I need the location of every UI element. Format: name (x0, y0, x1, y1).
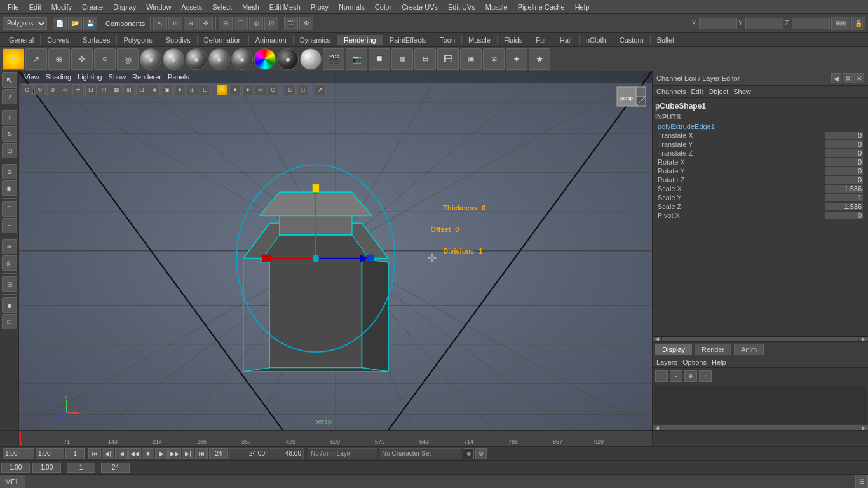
pb-first[interactable]: ⏮ (88, 448, 101, 459)
bb-val2[interactable] (32, 463, 61, 473)
shelf-tab-ncloth[interactable]: nCloth (580, 35, 613, 45)
shelf-icon-5[interactable]: ◎ (117, 48, 139, 70)
shelf-icon-2[interactable]: ⊕ (48, 48, 70, 70)
vp-tb-5[interactable]: ✛ (72, 84, 84, 95)
timeline-playhead[interactable] (19, 431, 21, 446)
vp-tb-6[interactable]: ⊡ (85, 84, 97, 95)
cb-menu-channels[interactable]: Channels (656, 88, 686, 95)
menu-select[interactable]: Select (207, 2, 237, 12)
paint-select-btn[interactable]: ⊕ (184, 17, 198, 30)
vp-tb-grid[interactable]: ⊞ (187, 84, 198, 95)
shelf-icon-3[interactable]: ✛ (71, 48, 93, 70)
vp-tb-extra1[interactable]: ↗ (315, 84, 326, 95)
cb-tab-anim[interactable]: Anim (734, 344, 764, 355)
shelf-sphere-1[interactable]: ● (140, 48, 161, 70)
cb-expand-btn[interactable]: ◀ (831, 73, 841, 83)
y-input[interactable] (745, 18, 783, 29)
move-btn[interactable]: ✛ (199, 17, 213, 30)
move-tool-lt[interactable]: ✛ (2, 110, 17, 125)
layer-menu-help[interactable]: Help (712, 358, 726, 366)
select-tool-lt[interactable]: ↖ (2, 72, 17, 88)
menu-modify[interactable]: Modify (46, 2, 77, 12)
menu-mesh[interactable]: Mesh (237, 2, 264, 12)
vp-tb-hud2[interactable]: □ (297, 84, 309, 95)
layer-menu-layers[interactable]: Layers (656, 358, 677, 366)
shelf-camera-3[interactable]: 🔲 (369, 48, 390, 70)
cb-menu-object[interactable]: Object (708, 88, 728, 95)
vp-tb-shd3[interactable]: ● (174, 84, 186, 95)
shelf-dark-sphere[interactable]: ● (277, 48, 299, 70)
menu-help[interactable]: Help (570, 2, 595, 12)
cmd-expand-btn[interactable]: ⊞ (855, 475, 868, 489)
vp-tb-2[interactable]: ↻ (34, 84, 46, 95)
frame-indicator[interactable]: 1 (65, 448, 85, 459)
shelf-tab-hair[interactable]: Hair (553, 35, 580, 45)
vp-menu-lighting[interactable]: Lighting (75, 72, 105, 81)
cmd-mel-label[interactable]: MEL (0, 475, 25, 488)
vp-menu-view[interactable]: View (22, 72, 42, 81)
pb-prev[interactable]: ◀ (115, 448, 128, 459)
shelf-camera-8[interactable]: ⊠ (483, 48, 505, 70)
pb-rewind[interactable]: ◀◀ (128, 448, 141, 459)
vp-tb-cam2[interactable]: ▦ (111, 84, 122, 95)
layer-menu-options[interactable]: Options (682, 358, 707, 366)
vp-tb-shd1[interactable]: ◈ (149, 84, 160, 95)
shelf-tab-polygons[interactable]: Polygons (117, 35, 159, 45)
vp-tb-shd2[interactable]: ◉ (161, 84, 173, 95)
quick-select-lt[interactable]: ◆ (2, 297, 17, 313)
pb-forward[interactable]: ▶▶ (168, 448, 181, 459)
vp-tb-cam4[interactable]: ⊟ (136, 84, 147, 95)
soft-select-lt[interactable]: ◉ (2, 180, 17, 196)
vp-tb-3[interactable]: ⊕ (47, 84, 58, 95)
shelf-tab-rendering[interactable]: Rendering (337, 35, 383, 45)
shelf-sphere-3[interactable]: ● (186, 48, 207, 70)
menu-create-uvs[interactable]: Create UVs (397, 2, 443, 12)
shelf-tab-custom[interactable]: Custom (613, 35, 651, 45)
vp-tb-cam1[interactable]: ◻ (98, 84, 109, 95)
vp-tb-sphere1[interactable]: ● (229, 84, 241, 95)
grid-view-btn[interactable]: ⊞⊞ (831, 17, 850, 30)
shelf-sphere-4[interactable]: ● (208, 48, 230, 70)
scale-tool-lt[interactable]: ⊡ (2, 143, 17, 158)
z-input[interactable] (792, 18, 830, 29)
bb-val1[interactable] (1, 463, 30, 473)
layer-copy-btn[interactable]: ⊕ (684, 370, 697, 382)
character-set-selector[interactable]: No Character Set (379, 448, 461, 459)
paint-select-lt[interactable]: ↗ (2, 89, 17, 104)
x-input[interactable] (699, 18, 737, 29)
menu-edit-mesh[interactable]: Edit Mesh (264, 2, 306, 12)
rotate-tool-lt[interactable]: ↻ (2, 126, 17, 142)
vp-tb-wire[interactable]: ⊡ (200, 84, 211, 95)
paint-brush-lt[interactable]: ✏ (2, 239, 17, 254)
sculpt-lt[interactable]: ◎ (2, 255, 17, 271)
menu-edit-uvs[interactable]: Edit UVs (443, 2, 480, 12)
menu-muscle[interactable]: Muscle (480, 2, 513, 12)
shelf-camera-1[interactable]: 🎬 (323, 48, 344, 70)
render-btn[interactable]: 🎬 (284, 17, 298, 30)
cb-close-btn[interactable]: ✕ (854, 73, 864, 83)
cb-menu-show[interactable]: Show (733, 88, 751, 95)
menu-window[interactable]: Window (141, 2, 176, 12)
snap-curve-btn[interactable]: ⌒ (234, 17, 248, 30)
save-scene-btn[interactable]: 💾 (83, 17, 97, 30)
menu-color[interactable]: Color (370, 2, 397, 12)
ep-curve-lt[interactable]: ~ (2, 218, 17, 233)
vp-menu-shading[interactable]: Shading (43, 72, 74, 81)
universal-manip-lt[interactable]: ⊕ (2, 164, 17, 179)
shelf-ambient-light[interactable]: ☀ (3, 48, 24, 70)
vp-menu-renderer[interactable]: Renderer (130, 72, 164, 81)
pb-step-back[interactable]: ◀| (102, 448, 114, 459)
menu-create[interactable]: Create (77, 2, 108, 12)
vp-tb-sun[interactable]: ☀ (217, 84, 228, 95)
auto-key-btn[interactable]: ⏺ (463, 448, 474, 459)
orient-cube[interactable]: persp (614, 84, 646, 116)
menu-pipeline-cache[interactable]: Pipeline Cache (513, 2, 570, 12)
vp-tb-sphere3[interactable]: ◎ (255, 84, 266, 95)
anim-layer-selector[interactable]: No Anim Layer (308, 448, 377, 459)
start-frame-field[interactable] (36, 448, 64, 459)
vp-tb-sphere4[interactable]: ⊙ (268, 84, 279, 95)
cb-tab-display[interactable]: Display (655, 344, 692, 355)
cb-object-name[interactable]: pCubeShape1 (655, 100, 865, 112)
shelf-tab-general[interactable]: General (3, 35, 41, 45)
pb-stop[interactable]: ■ (142, 448, 154, 459)
